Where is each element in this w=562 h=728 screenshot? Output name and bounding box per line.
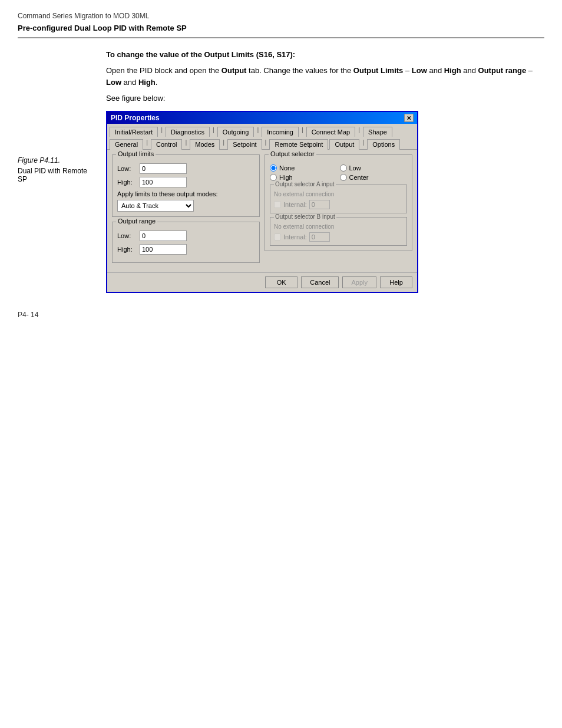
content-area: Figure P4.11. Dual PID with Remote SP To… bbox=[18, 50, 544, 293]
radio-center-input[interactable] bbox=[340, 174, 347, 181]
apply-modes-dropdown-row: Auto & Track Auto Track None bbox=[117, 200, 254, 212]
tab-modes[interactable]: Modes bbox=[190, 139, 220, 150]
dialog-columns: Output limits Low: High: bbox=[112, 154, 412, 268]
main-content: To change the value of the Output Limits… bbox=[106, 50, 544, 293]
output-selector-group: Output selector None Low bbox=[265, 154, 412, 251]
selector-b-internal-label: Internal: bbox=[283, 233, 307, 241]
tab-connect-map[interactable]: Connect Map bbox=[306, 127, 355, 137]
radio-high-label: High bbox=[279, 174, 293, 181]
doc-title: Command Series Migration to MOD 30ML bbox=[18, 12, 149, 20]
selector-b-internal-input bbox=[309, 232, 330, 242]
radio-center-label: Center bbox=[349, 174, 369, 181]
radio-none-label: None bbox=[279, 164, 295, 172]
range-low-row: Low: bbox=[117, 230, 254, 241]
header-divider bbox=[18, 37, 544, 38]
radio-high-input[interactable] bbox=[270, 174, 277, 181]
help-button[interactable]: Help bbox=[380, 276, 412, 288]
tab-output[interactable]: Output bbox=[329, 139, 359, 150]
high-limit-input[interactable] bbox=[140, 177, 187, 187]
range-low-label: Low: bbox=[117, 232, 140, 239]
tab-general[interactable]: General bbox=[110, 139, 143, 150]
radio-none: None bbox=[270, 164, 338, 172]
side-label-area: Figure P4.11. Dual PID with Remote SP bbox=[18, 50, 94, 293]
tab-incoming[interactable]: Incoming bbox=[262, 127, 299, 137]
tab-outgoing[interactable]: Outgoing bbox=[217, 127, 254, 137]
radio-none-input[interactable] bbox=[270, 164, 277, 172]
output-limits-title: Output limits bbox=[116, 150, 156, 157]
low-limit-row: Low: bbox=[117, 163, 254, 174]
apply-button[interactable]: Apply bbox=[342, 276, 376, 288]
apply-modes-select[interactable]: Auto & Track Auto Track None bbox=[117, 200, 194, 212]
dialog-body: Output limits Low: High: bbox=[107, 150, 417, 272]
page-number: P4- 14 bbox=[18, 311, 38, 319]
radio-low-input[interactable] bbox=[340, 164, 347, 172]
tab-diagnostics[interactable]: Diagnostics bbox=[166, 127, 210, 137]
instruction-text: Open the PID block and open the Output t… bbox=[106, 65, 544, 88]
selector-b-group: Output selector B input No external conn… bbox=[270, 217, 407, 246]
output-range-title: Output range bbox=[116, 218, 157, 225]
radio-low-label: Low bbox=[349, 164, 361, 172]
tab-control[interactable]: Control bbox=[151, 139, 182, 150]
output-limits-group: Output limits Low: High: bbox=[112, 154, 260, 217]
selector-b-title: Output selector B input bbox=[274, 213, 336, 220]
tab-bar-row1: Initial/Restart | Diagnostics | Outgoing… bbox=[107, 124, 417, 150]
output-range-group: Output range Low: High: bbox=[112, 222, 260, 263]
low-limit-input[interactable] bbox=[140, 163, 187, 174]
ok-button[interactable]: OK bbox=[265, 276, 297, 288]
range-low-input[interactable] bbox=[140, 230, 187, 241]
dialog-title-bar: PID Properties ✕ bbox=[107, 112, 417, 124]
apply-limits-text: Apply limits to these output modes: bbox=[117, 190, 254, 197]
selector-a-group: Output selector A input No external conn… bbox=[270, 185, 407, 213]
output-selector-radios: None Low High bbox=[270, 164, 407, 181]
selector-a-no-connection: No external connection bbox=[274, 191, 403, 197]
cancel-button[interactable]: Cancel bbox=[301, 276, 339, 288]
dialog-title: PID Properties bbox=[111, 114, 160, 122]
selector-a-internal-label: Internal: bbox=[283, 201, 307, 208]
close-button[interactable]: ✕ bbox=[404, 114, 414, 122]
selector-a-checkbox bbox=[274, 201, 281, 208]
doc-header: Command Series Migration to MOD 30ML bbox=[18, 12, 544, 20]
page-container: Command Series Migration to MOD 30ML Pre… bbox=[0, 0, 562, 331]
tab-setpoint[interactable]: Setpoint bbox=[227, 139, 262, 150]
tab-initial-restart[interactable]: Initial/Restart bbox=[110, 127, 158, 137]
tab-options[interactable]: Options bbox=[367, 139, 400, 150]
range-high-row: High: bbox=[117, 244, 254, 255]
page-footer: P4- 14 bbox=[18, 311, 544, 319]
low-limit-label: Low: bbox=[117, 165, 140, 172]
figure-description: Dual PID with Remote SP bbox=[18, 167, 94, 183]
high-limit-row: High: bbox=[117, 177, 254, 187]
high-limit-label: High: bbox=[117, 179, 140, 186]
range-high-label: High: bbox=[117, 246, 140, 253]
section-title: Pre-configured Dual Loop PID with Remote… bbox=[18, 24, 544, 32]
left-column: Output limits Low: High: bbox=[112, 154, 260, 268]
selector-b-internal-row: Internal: bbox=[274, 232, 403, 242]
right-column: Output selector None Low bbox=[265, 154, 412, 268]
range-high-input[interactable] bbox=[140, 244, 187, 255]
dialog-footer: OK Cancel Apply Help bbox=[107, 272, 417, 292]
selector-a-title: Output selector A input bbox=[274, 181, 336, 187]
tab-shape[interactable]: Shape bbox=[363, 127, 392, 137]
tab-remote-setpoint[interactable]: Remote Setpoint bbox=[269, 139, 328, 150]
figure-label: Figure P4.11. bbox=[18, 156, 94, 164]
radio-center: Center bbox=[340, 174, 408, 181]
selector-b-checkbox bbox=[274, 233, 281, 241]
selector-a-internal-input bbox=[309, 200, 330, 209]
pid-dialog: PID Properties ✕ Initial/Restart | Diagn… bbox=[106, 111, 418, 293]
radio-high: High bbox=[270, 174, 338, 181]
see-figure-text: See figure below: bbox=[106, 94, 544, 103]
output-selector-title: Output selector bbox=[269, 150, 316, 157]
selector-b-no-connection: No external connection bbox=[274, 223, 403, 230]
instruction-heading: To change the value of the Output Limits… bbox=[106, 50, 544, 59]
selector-a-internal-row: Internal: bbox=[274, 200, 403, 209]
radio-low: Low bbox=[340, 164, 408, 172]
